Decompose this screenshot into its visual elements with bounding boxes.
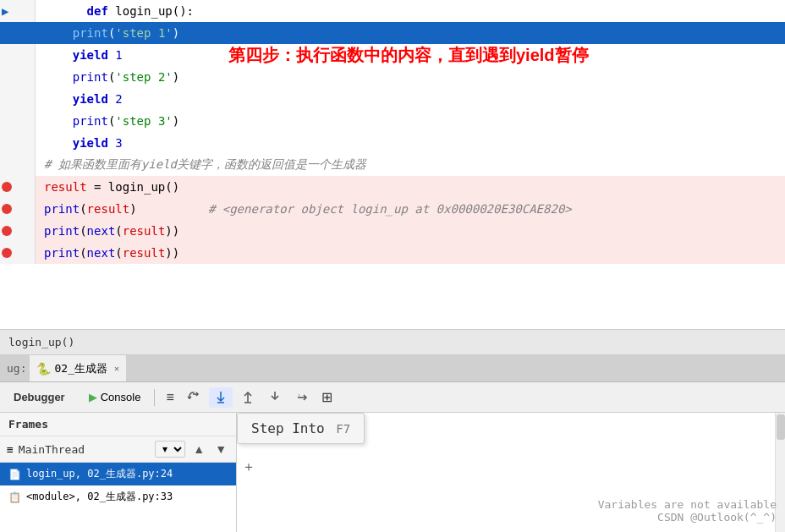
- code-line-comment: # 如果函数里面有yield关键字，函数的返回值是一个生成器: [0, 154, 785, 176]
- frames-header: Frames: [0, 413, 236, 436]
- debug-tab-bar[interactable]: ug: 🐍 02_生成器 ✕: [0, 355, 785, 382]
- tab-close-icon[interactable]: ✕: [114, 364, 119, 373]
- code-text-12: print(next(result)): [36, 246, 785, 260]
- code-text-2: print('step 1'): [36, 26, 785, 40]
- code-line-yield2: yield 2: [0, 88, 785, 110]
- line-gutter-7: [0, 132, 36, 154]
- line-gutter-9: [0, 176, 36, 198]
- breakpoint-dot-1: [2, 182, 12, 192]
- line-gutter-12: [0, 242, 36, 264]
- code-line-printnext2: print(next(result)): [0, 242, 785, 264]
- run-to-cursor-btn[interactable]: [263, 387, 287, 408]
- code-editor: ▶ def login_up(): print('step 1') 第四步：执行…: [0, 0, 785, 330]
- thread-row: ≡ MainThread ▾ ▲ ▼: [0, 436, 236, 463]
- smart-step-btn[interactable]: i: [290, 387, 314, 408]
- code-text-5: yield 2: [36, 92, 785, 106]
- frame-icon-0: 📄: [8, 469, 21, 480]
- step-into-tooltip: Step Into F7: [237, 413, 365, 444]
- code-text-10: print(result) # <generator object login_…: [36, 202, 785, 216]
- right-panel: Step Into F7 ＋ Variables are not availab…: [237, 413, 785, 532]
- debug-prefix: ug:: [7, 355, 26, 381]
- step-into-label: Step Into: [251, 420, 325, 436]
- step-into-btn[interactable]: [209, 387, 233, 408]
- plus-button[interactable]: ＋: [237, 457, 261, 478]
- thread-dropdown[interactable]: ▾: [155, 441, 185, 458]
- breakpoint-dot-2: [2, 204, 12, 214]
- code-line-printresult: print(result) # <generator object login_…: [0, 198, 785, 220]
- frame-icon-1: 📋: [8, 491, 21, 503]
- code-text-6: print('step 3'): [36, 114, 785, 128]
- debug-toolbar: Debugger ▶ Console ≡: [0, 382, 785, 413]
- code-line-print2: print('step 2'): [0, 66, 785, 88]
- python-icon: 🐍: [36, 362, 51, 376]
- arrow-icon: ▶: [2, 4, 8, 18]
- code-line-yield3: yield 3: [0, 132, 785, 154]
- step-over-btn[interactable]: [182, 387, 206, 408]
- line-gutter: ▶: [0, 0, 36, 22]
- tab-label: 02_生成器: [54, 361, 107, 376]
- debug-tab-02[interactable]: 🐍 02_生成器 ✕: [30, 355, 126, 381]
- thread-down-btn[interactable]: ▼: [212, 442, 229, 457]
- code-line-print1: print('step 1'): [0, 22, 785, 44]
- frame-item-1[interactable]: 📋 <module>, 02_生成器.py:33: [0, 485, 236, 508]
- breakpoint-dot-3: [2, 226, 12, 236]
- show-frames-btn[interactable]: ⊞: [317, 387, 337, 408]
- code-text-7: yield 3: [36, 136, 785, 150]
- line-gutter-10: [0, 198, 36, 220]
- svg-text:i: i: [299, 392, 299, 398]
- breakpoint-dot-4: [2, 248, 12, 258]
- call-stack-bar: login_up(): [0, 330, 785, 355]
- line-gutter-2: [0, 22, 36, 44]
- thread-up-btn[interactable]: ▲: [190, 442, 207, 457]
- debug-panel: Frames ≡ MainThread ▾ ▲ ▼ 📄 login_up, 02…: [0, 413, 785, 532]
- frame-text-1: <module>, 02_生成器.py:33: [26, 490, 173, 504]
- code-line-printnext1: print(next(result)): [0, 220, 785, 242]
- scrollbar-thumb[interactable]: [777, 414, 785, 440]
- console-button[interactable]: ▶ Console: [82, 388, 148, 406]
- vars-text: Variables are not available: [598, 498, 777, 511]
- chinese-annotation: 第四步：执行函数中的内容，直到遇到yield暂停: [228, 44, 589, 67]
- frame-item-0[interactable]: 📄 login_up, 02_生成器.py:24: [0, 463, 236, 485]
- call-stack-text: login_up(): [8, 336, 74, 348]
- console-icon: ▶: [89, 391, 97, 403]
- line-gutter-11: [0, 220, 36, 242]
- vars-not-available: Variables are not available CSDN @Outloo…: [598, 498, 777, 524]
- toolbar-divider: [154, 389, 155, 406]
- frames-panel: Frames ≡ MainThread ▾ ▲ ▼ 📄 login_up, 02…: [0, 413, 237, 532]
- code-text-9: result = login_up(): [36, 180, 785, 194]
- csdn-text: CSDN @Outlook(^_^): [598, 511, 777, 524]
- thread-list-icon: ≡: [7, 443, 14, 456]
- step-into-key: F7: [336, 422, 350, 436]
- code-text-8: # 如果函数里面有yield关键字，函数的返回值是一个生成器: [36, 157, 785, 173]
- step-out-btn[interactable]: [236, 387, 260, 408]
- code-line-print3: print('step 3'): [0, 110, 785, 132]
- menu-btn[interactable]: ≡: [162, 387, 178, 408]
- line-gutter-8: [0, 154, 36, 176]
- line-gutter-6: [0, 110, 36, 132]
- code-line-def: ▶ def login_up():: [0, 0, 785, 22]
- debugger-label[interactable]: Debugger: [7, 388, 72, 406]
- code-text-4: print('step 2'): [36, 70, 785, 84]
- code-line-result: result = login_up(): [0, 176, 785, 198]
- code-text-11: print(next(result)): [36, 224, 785, 238]
- thread-name: MainThread: [19, 443, 150, 456]
- line-gutter-5: [0, 88, 36, 110]
- line-gutter-3: [0, 44, 36, 66]
- line-gutter-4: [0, 66, 36, 88]
- frame-text-0: login_up, 02_生成器.py:24: [26, 467, 173, 481]
